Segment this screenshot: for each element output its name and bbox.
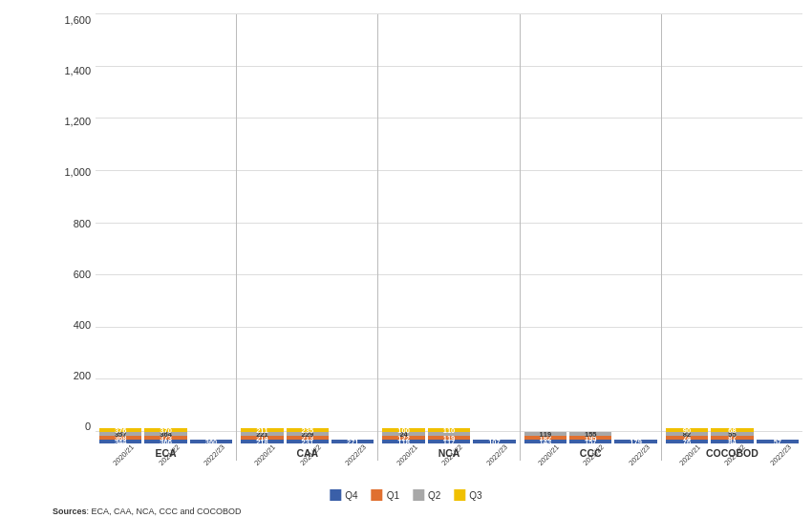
group-divider [661,14,662,461]
y-axis-label: 800 [74,218,91,229]
group-label: CAA [237,447,377,461]
group-label: ECA [96,447,236,461]
y-axis-label: 400 [74,319,91,331]
group-label: COCOBOD [662,447,802,461]
legend-label: Q2 [428,490,440,501]
y-axis-label: 600 [74,269,91,280]
legend-item: Q1 [372,489,399,501]
group-label: CCC [521,447,661,461]
group-label: NCA [378,447,519,461]
group-divider [236,14,237,461]
legend-color-box [372,489,383,501]
group-divider [377,14,378,461]
y-axis: 1,6001,4001,2001,0008006004002000 [53,14,96,432]
legend-label: Q3 [469,490,481,501]
y-axis-label: 1,400 [64,65,91,76]
legend: Q4Q1Q2Q3 [330,489,481,501]
legend-label: Q4 [345,490,357,501]
legend-item: Q3 [454,489,481,501]
legend-color-box [454,489,465,501]
y-axis-label: 1,200 [64,116,91,127]
bars-area: 3443683573762020/213663733643702021/2236… [96,14,802,461]
y-axis-label: 1,600 [64,14,91,26]
y-axis-label: 1,000 [64,166,91,178]
sources: Sources: ECA, CAA, NCA, CCC and COCOBOD [53,507,242,516]
chart-area: 1,6001,4001,2001,0008006004002000 344368… [53,14,802,461]
legend-item: Q2 [413,489,440,501]
legend-color-box [330,489,341,501]
legend-item: Q4 [330,489,357,501]
legend-label: Q1 [387,490,399,501]
group-divider [520,14,521,461]
y-axis-label: 0 [85,421,91,432]
y-axis-label: 200 [74,370,91,381]
legend-color-box [413,489,424,501]
chart-container: 1,6001,4001,2001,0008006004002000 344368… [0,0,812,518]
